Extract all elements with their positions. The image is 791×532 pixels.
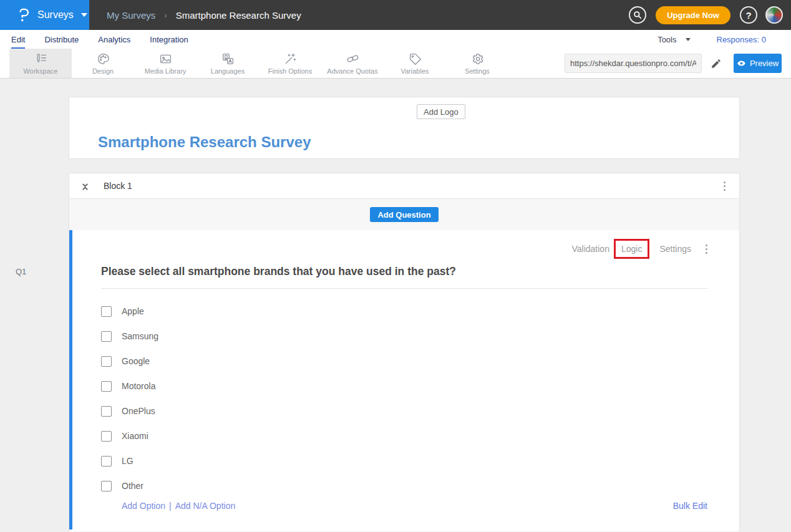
edit-toolbar: Workspace Design Media Library Languages…: [0, 49, 791, 79]
checkbox[interactable]: [101, 481, 112, 491]
finish-options-wand-icon: [284, 52, 297, 65]
tools-dropdown[interactable]: Tools: [658, 30, 690, 49]
checkbox[interactable]: [101, 331, 112, 342]
top-bar: Surveys My Surveys › Smartphone Research…: [0, 0, 791, 30]
breadcrumb-my-surveys[interactable]: My Surveys: [107, 10, 155, 21]
link-separator: |: [169, 501, 172, 511]
settings-gear-icon: [471, 52, 484, 65]
survey-editor-canvas: Add Logo Smartphone Research Survey Q1 B…: [0, 79, 791, 531]
bulk-edit-link[interactable]: Bulk Edit: [673, 501, 707, 511]
preview-button[interactable]: Preview: [734, 54, 782, 73]
checkbox[interactable]: [101, 306, 112, 317]
option-row-xiaomi: Xiaomi: [101, 423, 739, 448]
toolbar-item-finish-options[interactable]: Finish Options: [259, 49, 321, 78]
option-row-samsung: Samsung: [101, 324, 739, 349]
block-header: Block 1: [69, 173, 739, 199]
search-button[interactable]: [629, 6, 646, 24]
variables-tag-icon: [409, 52, 422, 65]
checkbox[interactable]: [101, 381, 112, 392]
checkbox[interactable]: [101, 356, 112, 367]
user-avatar[interactable]: [765, 6, 783, 24]
edit-url-pencil-icon[interactable]: [711, 58, 722, 69]
tools-label: Tools: [658, 35, 676, 44]
breadcrumb-separator: ›: [164, 11, 167, 20]
media-library-icon: [159, 52, 172, 65]
chevron-down-icon: [686, 38, 691, 41]
tab-integration[interactable]: Integration: [150, 30, 188, 49]
toolbar-item-variables[interactable]: Variables: [384, 49, 446, 78]
tab-edit[interactable]: Edit: [11, 30, 25, 49]
tab-distribute[interactable]: Distribute: [44, 30, 79, 49]
block-title[interactable]: Block 1: [104, 181, 132, 191]
survey-url-input[interactable]: [565, 54, 702, 73]
breadcrumb: My Surveys › Smartphone Research Survey: [107, 0, 301, 30]
toolbar-item-languages[interactable]: Languages: [197, 49, 259, 78]
question-tab-logic-highlighted[interactable]: Logic: [614, 239, 649, 259]
block-menu-kebab-icon[interactable]: [724, 181, 725, 191]
brand-menu[interactable]: Surveys: [0, 0, 89, 30]
tab-analytics[interactable]: Analytics: [98, 30, 130, 49]
option-row-lg: LG: [101, 448, 739, 473]
topbar-actions: Upgrade Now ?: [629, 0, 791, 30]
breadcrumb-current-survey: Smartphone Research Survey: [176, 10, 301, 21]
answer-options: Apple Samsung Google Motorola OnePlus: [101, 299, 739, 498]
option-row-other: Other: [101, 473, 739, 498]
question-tab-validation[interactable]: Validation: [569, 241, 611, 257]
question-card: Validation Logic Settings Please select …: [69, 230, 739, 530]
option-row-apple: Apple: [101, 299, 739, 324]
checkbox[interactable]: [101, 456, 112, 467]
survey-title-card: Add Logo Smartphone Research Survey: [69, 97, 740, 159]
option-row-motorola: Motorola: [101, 374, 739, 399]
chevron-down-icon: [81, 13, 87, 17]
toolbar-item-design[interactable]: Design: [72, 49, 134, 78]
question-text[interactable]: Please select all smartphone brands that…: [101, 265, 707, 289]
toolbar-item-advance-quotas[interactable]: Advance Quotas: [321, 49, 384, 78]
advance-quotas-links-icon: [346, 52, 359, 65]
question-tab-settings[interactable]: Settings: [657, 241, 694, 257]
product-name: Surveys: [37, 9, 74, 21]
design-palette-icon: [97, 52, 110, 65]
workspace-icon: [34, 52, 47, 65]
question-menu-kebab-icon[interactable]: [706, 244, 707, 254]
option-row-google: Google: [101, 349, 739, 374]
option-row-oneplus: OnePlus: [101, 399, 739, 423]
add-question-strip: Add Question: [69, 199, 739, 230]
question-code: Q1: [16, 267, 26, 276]
responses-link[interactable]: Responses: 0: [717, 30, 767, 49]
toolbar-item-media-library[interactable]: Media Library: [134, 49, 197, 78]
toolbar-item-workspace[interactable]: Workspace: [9, 49, 72, 78]
questionpro-logo-icon: [17, 7, 31, 23]
question-tabs: Validation Logic Settings: [72, 230, 739, 259]
checkbox[interactable]: [101, 431, 112, 442]
add-na-option-link[interactable]: Add N/A Option: [175, 501, 236, 511]
question-footer: Add Option | Add N/A Option Bulk Edit: [122, 501, 707, 523]
add-option-link[interactable]: Add Option: [122, 501, 165, 511]
survey-nav: Edit Distribute Analytics Integration To…: [0, 30, 791, 49]
help-button[interactable]: ?: [740, 6, 757, 24]
add-logo-button[interactable]: Add Logo: [417, 104, 465, 119]
languages-icon: [221, 52, 235, 65]
collapse-block-icon[interactable]: [81, 182, 89, 190]
checkbox[interactable]: [101, 406, 112, 417]
survey-title[interactable]: Smartphone Research Survey: [98, 133, 311, 151]
eye-icon: [737, 59, 746, 68]
add-question-button[interactable]: Add Question: [370, 207, 438, 222]
upgrade-now-button[interactable]: Upgrade Now: [656, 6, 730, 24]
toolbar-item-settings[interactable]: Settings: [446, 49, 508, 78]
search-icon: [633, 11, 642, 19]
block-card: Block 1 Add Question Validation Logic Se…: [69, 173, 740, 531]
